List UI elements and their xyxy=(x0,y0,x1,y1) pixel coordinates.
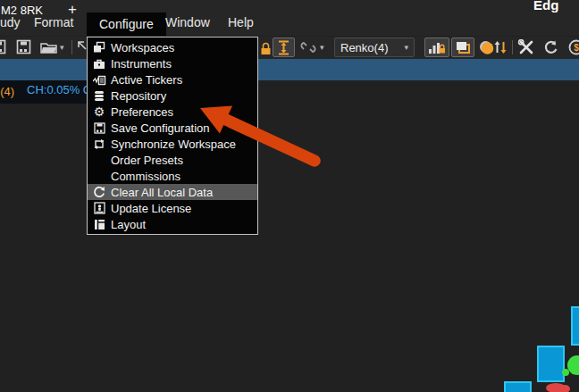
layers-icon[interactable] xyxy=(451,38,474,57)
svg-text:$: $ xyxy=(574,43,579,53)
trading-app-window: { "header": { "logo_text": "Edg", "menu_… xyxy=(0,0,579,392)
menu-item-commissions[interactable]: Commissions xyxy=(88,168,257,184)
menu-item-repository[interactable]: Repository xyxy=(88,88,257,104)
menu-item-save-configuration[interactable]: Save Configuration xyxy=(88,120,257,136)
chart-lock-icon[interactable] xyxy=(424,38,449,57)
chevron-down-icon: ▾ xyxy=(404,43,408,52)
menu-item-update-license[interactable]: Update License xyxy=(88,200,257,216)
menu-item-label: Active Tickers xyxy=(107,73,182,87)
menubar-item-help[interactable]: Help xyxy=(228,15,254,29)
sort-arrows-icon[interactable] xyxy=(492,39,508,55)
menu-item-label: Layout xyxy=(107,218,146,231)
renko-brick xyxy=(571,306,579,346)
menubar-item-window[interactable]: Window xyxy=(165,15,210,29)
menu-item-label: Repository xyxy=(107,89,166,103)
menu-item-label: Instruments xyxy=(107,57,172,71)
save-icon[interactable] xyxy=(0,39,6,54)
chart-quote-overlay: o(4) CH:0.05% C xyxy=(0,80,87,104)
menu-item-label: Order Presets xyxy=(107,154,183,167)
preferences-gear-icon: ⚙ xyxy=(91,105,107,119)
add-tab-button[interactable]: + xyxy=(68,1,77,19)
repository-icon xyxy=(91,89,107,103)
chevron-down-icon[interactable]: ▾ xyxy=(60,43,64,52)
configure-menu: Workspaces Instruments Active Tickers Re… xyxy=(87,37,258,235)
chart-canvas[interactable] xyxy=(497,295,579,392)
change-percent-label: CH:0.05% C xyxy=(27,83,87,96)
license-icon xyxy=(91,202,107,215)
save-icon xyxy=(91,121,107,135)
menu-item-active-tickers[interactable]: Active Tickers xyxy=(88,71,257,88)
renko-brick xyxy=(504,381,532,392)
chart-tab-symbol[interactable]: M2 8RK xyxy=(1,4,43,17)
bar-type-value: Renko(4) xyxy=(340,41,388,54)
menu-item-preferences[interactable]: ⚙ Preferences xyxy=(88,104,257,120)
menu-item-layout[interactable]: Layout xyxy=(88,216,257,232)
bar-period-label: o(4) xyxy=(0,85,14,98)
lock-icon[interactable] xyxy=(260,42,272,55)
instruments-icon xyxy=(91,57,107,71)
menu-item-label: Commissions xyxy=(107,170,180,183)
buy-marker xyxy=(562,369,569,376)
app-logo: Edg xyxy=(533,0,558,13)
menubar-item-study[interactable]: udy xyxy=(0,15,21,29)
menubar-item-configure[interactable]: Configure xyxy=(87,13,166,37)
bar-type-dropdown[interactable]: Renko(4) ▾ xyxy=(334,38,415,57)
menu-item-label: Synchronize Workspace xyxy=(107,138,236,151)
layout-icon xyxy=(91,218,107,231)
menu-item-label: Preferences xyxy=(107,105,173,119)
menu-item-label: Workspaces xyxy=(107,41,174,54)
tools-icon[interactable] xyxy=(517,39,535,55)
sync-arrows-icon xyxy=(91,138,107,151)
menu-item-instruments[interactable]: Instruments xyxy=(88,55,257,71)
menu-item-workspaces[interactable]: Workspaces xyxy=(88,39,257,55)
toolbar-separator xyxy=(512,40,513,54)
clear-refresh-icon xyxy=(91,186,107,199)
menu-item-label: Update License xyxy=(107,202,191,215)
dollar-coin-icon[interactable]: $ xyxy=(568,39,579,55)
active-tickers-icon xyxy=(91,73,107,87)
open-folder-icon[interactable] xyxy=(40,41,58,54)
workspaces-icon xyxy=(91,41,107,54)
chevron-down-icon[interactable]: ▾ xyxy=(320,43,324,52)
toolbar-separator xyxy=(71,40,72,54)
menu-item-order-presets[interactable]: Order Presets xyxy=(88,152,257,168)
menu-item-label: Save Configuration xyxy=(107,121,210,135)
menu-item-synchronize-workspace[interactable]: Synchronize Workspace xyxy=(88,136,257,152)
save-icon[interactable] xyxy=(16,39,31,54)
renko-brick xyxy=(537,346,565,382)
refresh-icon[interactable] xyxy=(542,39,559,55)
menu-item-clear-all-local-data[interactable]: Clear All Local Data xyxy=(88,184,257,200)
fit-vertical-icon[interactable] xyxy=(273,38,295,57)
sell-marker xyxy=(559,385,570,392)
menu-item-label: Clear All Local Data xyxy=(107,186,213,199)
unlink-chain-icon[interactable] xyxy=(300,40,316,54)
